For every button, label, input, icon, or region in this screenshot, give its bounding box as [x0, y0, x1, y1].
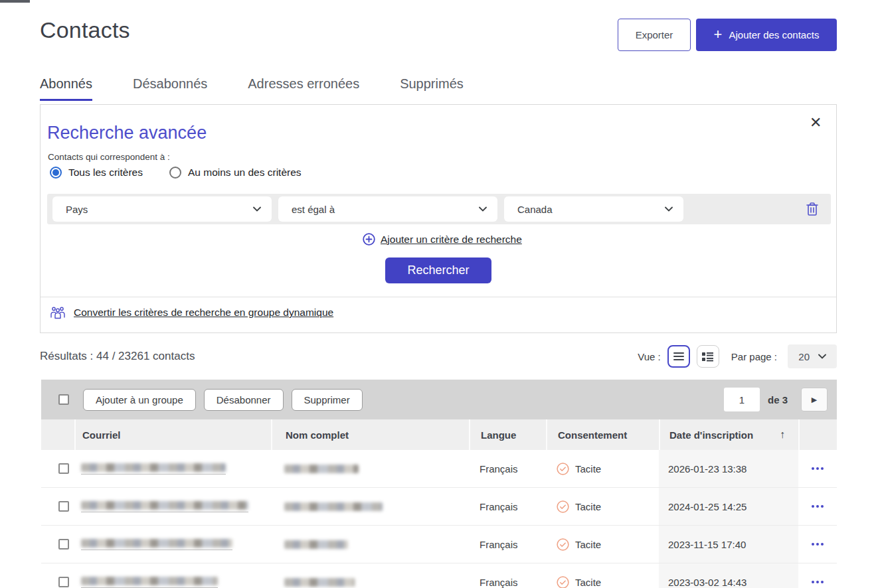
results-summary: Résultats : 44 / 23261 contacts — [40, 350, 195, 363]
column-header-nom-complet[interactable]: Nom complet — [271, 419, 469, 450]
page-count-label: de 3 — [768, 394, 788, 405]
consent-check-icon — [557, 500, 569, 513]
delete-button[interactable]: Supprimer — [292, 389, 363, 411]
add-criterion-label: Ajouter un critère de recherche — [381, 234, 522, 246]
advanced-search-title: Recherche avancée — [47, 123, 207, 143]
column-header-date-inscription[interactable]: Date d'inscription ↑ — [659, 419, 798, 450]
date-value: 2024-01-25 14:25 — [668, 501, 746, 512]
trash-icon — [806, 202, 819, 216]
row-checkbox[interactable] — [58, 539, 69, 550]
tabs-bar: Abonnés Désabonnés Adresses erronées Sup… — [40, 76, 464, 101]
radio-selected-icon — [50, 167, 62, 179]
advanced-search-panel: Recherche avancée ✕ Contacts qui corresp… — [40, 104, 837, 333]
email-redacted[interactable] — [81, 463, 226, 475]
match-mode-radios: Tous les critères Au moins un des critèr… — [50, 167, 302, 179]
table-row: Français Tacite 2024-01-25 14:25 — [41, 488, 837, 526]
language-value: Français — [480, 501, 518, 512]
screen-artifact — [0, 0, 30, 3]
next-page-button[interactable]: ▶ — [801, 388, 828, 411]
per-page-select[interactable]: 20 — [788, 344, 837, 368]
radio-all-label: Tous les critères — [68, 167, 143, 179]
per-page-label: Par page : — [731, 351, 777, 362]
radio-unselected-icon — [169, 167, 181, 179]
criterion-operator-select[interactable]: est égal à — [278, 196, 497, 222]
column-header-langue[interactable]: Langue — [469, 419, 546, 450]
page-title: Contacts — [40, 17, 130, 43]
date-value: 2023-03-02 14:43 — [668, 577, 746, 588]
row-checkbox[interactable] — [58, 501, 69, 512]
email-redacted[interactable] — [81, 577, 218, 588]
search-button[interactable]: Rechercher — [385, 257, 491, 283]
row-checkbox[interactable] — [58, 577, 69, 587]
per-page-value: 20 — [798, 351, 810, 362]
header-checkbox-spacer — [41, 419, 74, 450]
name-redacted — [284, 540, 348, 549]
sort-ascending-icon: ↑ — [780, 429, 785, 441]
consent-value: Tacite — [575, 463, 601, 475]
tab-supprimes[interactable]: Supprimés — [400, 76, 464, 101]
chevron-down-icon — [818, 354, 826, 359]
delete-criterion-button[interactable] — [806, 202, 819, 216]
table-header: Courriel Nom complet Langue Consentement… — [41, 419, 837, 450]
export-button[interactable]: Exporter — [618, 19, 691, 51]
pagination: 1 de 3 ▶ — [724, 388, 837, 411]
next-page-icon: ▶ — [812, 396, 817, 404]
radio-all-criteria[interactable]: Tous les critères — [50, 167, 143, 179]
date-value: 2023-11-15 17:40 — [668, 539, 746, 550]
criteria-row: Pays est égal à Canada — [47, 194, 831, 224]
unsubscribe-button[interactable]: Désabonner — [204, 389, 284, 411]
page-number-input[interactable]: 1 — [724, 388, 760, 411]
card-view-button[interactable] — [697, 345, 719, 368]
convert-to-group-label: Convertir les critères de recherche en g… — [74, 307, 333, 319]
consent-value: Tacite — [575, 577, 601, 588]
list-view-button[interactable] — [667, 345, 690, 368]
add-contacts-button[interactable]: + Ajouter des contacts — [696, 19, 837, 51]
table-row: Français Tacite 2026-01-23 13:38 — [41, 450, 837, 488]
chevron-down-icon — [665, 206, 673, 212]
column-header-courriel[interactable]: Courriel — [74, 419, 271, 450]
language-value: Français — [480, 577, 518, 588]
convert-to-group-link[interactable]: Convertir les critères de recherche en g… — [50, 306, 333, 319]
row-actions-button[interactable] — [809, 501, 826, 512]
row-checkbox[interactable] — [58, 463, 69, 474]
header-actions-spacer — [798, 419, 837, 450]
radio-any-criteria[interactable]: Au moins un des critères — [169, 167, 302, 179]
table-row: Français Tacite 2023-11-15 17:40 — [41, 526, 837, 563]
email-redacted[interactable] — [81, 539, 232, 550]
email-redacted[interactable] — [81, 501, 248, 512]
tab-desabonnes[interactable]: Désabonnés — [133, 76, 207, 101]
criterion-value-select[interactable]: Canada — [504, 196, 683, 222]
consent-check-icon — [557, 576, 569, 588]
view-label: Vue : — [638, 351, 660, 362]
radio-any-label: Au moins un des critères — [188, 167, 302, 179]
consent-check-icon — [557, 463, 569, 475]
close-icon[interactable]: ✕ — [810, 115, 822, 130]
add-to-group-button[interactable]: Ajouter à un groupe — [83, 389, 196, 411]
row-actions-button[interactable] — [809, 539, 826, 550]
tab-adresses-erronees[interactable]: Adresses erronées — [248, 76, 359, 101]
select-all-checkbox[interactable] — [58, 394, 69, 405]
row-actions-button[interactable] — [809, 463, 826, 474]
criterion-operator-value: est égal à — [292, 204, 335, 215]
search-button-label: Rechercher — [407, 263, 469, 277]
list-view-icon — [673, 352, 684, 360]
card-view-icon — [702, 352, 713, 362]
row-actions-button[interactable] — [809, 577, 826, 587]
chevron-down-icon — [253, 206, 261, 212]
tab-abonnes[interactable]: Abonnés — [40, 76, 92, 101]
contacts-page: Contacts Exporter + Ajouter des contacts… — [0, 0, 878, 588]
name-redacted — [284, 465, 359, 473]
panel-divider — [41, 297, 836, 297]
criterion-field-select[interactable]: Pays — [52, 196, 272, 222]
view-controls: Vue : Par page : 20 — [638, 344, 837, 368]
table-toolbar: Ajouter à un groupe Désabonner Supprimer… — [41, 380, 837, 419]
column-header-consentement[interactable]: Consentement — [546, 419, 659, 450]
date-value: 2026-01-23 13:38 — [668, 463, 746, 475]
criterion-field-value: Pays — [66, 204, 88, 215]
chevron-down-icon — [479, 206, 487, 212]
language-value: Français — [480, 463, 518, 475]
consent-check-icon — [557, 538, 569, 551]
add-contacts-label: Ajouter des contacts — [729, 29, 819, 40]
add-criterion-link[interactable]: Ajouter un critère de recherche — [363, 233, 522, 246]
criterion-value: Canada — [517, 204, 553, 215]
